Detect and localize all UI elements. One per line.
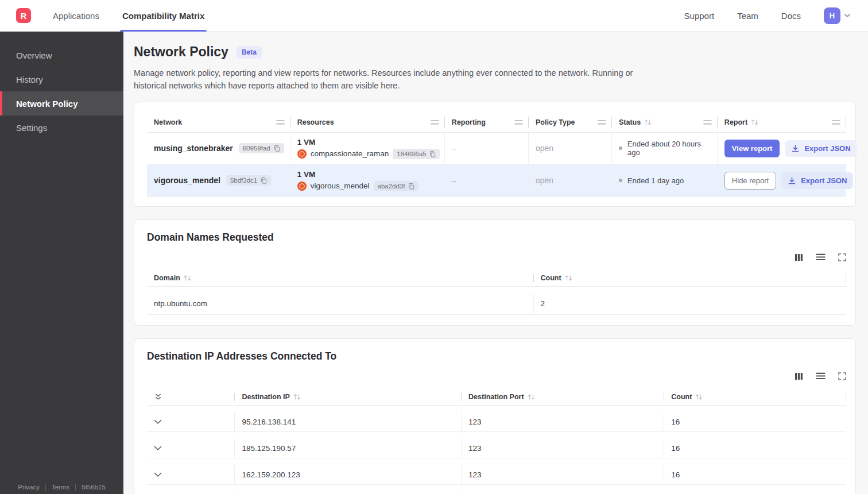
sort-icon[interactable]	[528, 393, 535, 400]
column-label: Destination IP	[242, 393, 289, 401]
copy-icon[interactable]	[273, 145, 280, 152]
column-label: Resources	[297, 118, 334, 126]
column-label: Report	[724, 118, 747, 126]
status-dot	[619, 179, 622, 182]
row-expand-chevron-icon[interactable]	[154, 419, 162, 424]
nav-link-support[interactable]: Support	[684, 11, 715, 21]
table-row: 162.159.200.123 123 16	[147, 465, 846, 485]
sort-icon[interactable]	[565, 275, 572, 281]
network-cell: musing_stonebraker 60959fad	[147, 133, 290, 164]
destination-ips-card: Destination IP Addresses Connected To	[134, 338, 856, 494]
sort-icon[interactable]	[751, 119, 758, 126]
reporting-cell: –	[445, 165, 529, 196]
status-dot	[619, 146, 622, 150]
user-menu[interactable]: H	[824, 7, 852, 24]
domain-names-card: Domain Names Requested Domain	[134, 219, 856, 326]
sort-icon[interactable]	[184, 275, 191, 281]
card-title: Destination IP Addresses Connected To	[147, 350, 846, 362]
destination-port-cell: 123	[462, 439, 664, 458]
filter-icon[interactable]	[598, 120, 606, 125]
destination-port-cell: 123	[462, 465, 664, 484]
networks-table-header: Network Resources Reporting	[147, 113, 846, 133]
resources-cell: 1 VM compassionate_raman 184696a5	[290, 133, 445, 164]
sidebar-item-settings[interactable]: Settings	[0, 115, 123, 140]
export-json-button[interactable]: Export JSON	[785, 140, 857, 157]
status-cell: Ended about 20 hours ago	[612, 133, 718, 164]
card-title: Domain Names Requested	[147, 231, 846, 244]
column-header-count[interactable]: Count	[534, 270, 846, 286]
filter-icon[interactable]	[832, 120, 840, 125]
filter-icon[interactable]	[276, 120, 285, 125]
vm-count: 1 VM	[297, 138, 316, 146]
column-header-count[interactable]: Count	[664, 389, 846, 405]
tab-compatibility-matrix[interactable]: Compatibility Matrix	[121, 0, 206, 32]
column-label: Count	[671, 393, 692, 401]
destination-ip-cell: 162.159.200.123	[235, 465, 462, 484]
card-toolbar	[147, 252, 846, 263]
column-label: Policy Type	[536, 118, 575, 126]
page-description: Manage network policy, reporting and vie…	[134, 67, 639, 92]
column-header-domain[interactable]: Domain	[147, 270, 534, 286]
filter-icon[interactable]	[514, 120, 523, 125]
column-header-network[interactable]: Network	[147, 113, 290, 132]
copy-icon[interactable]	[408, 183, 414, 190]
domain-cell: ntp.ubuntu.com	[147, 294, 534, 314]
table-row: 95.216.138.141 123 16	[147, 412, 846, 432]
destination-ip-cell: 95.216.138.141	[235, 412, 462, 431]
columns-view-icon[interactable]	[795, 253, 803, 261]
expand-all-header[interactable]	[147, 389, 235, 405]
row-expand-chevron-icon[interactable]	[154, 446, 162, 451]
resource-id-badge: aba2dd3f	[374, 181, 419, 191]
filter-icon[interactable]	[431, 120, 439, 125]
column-header-resources[interactable]: Resources	[290, 113, 445, 132]
chevron-down-icon	[843, 11, 852, 20]
sort-icon[interactable]	[644, 119, 652, 126]
count-cell: 16	[664, 439, 846, 458]
sidebar-item-network-policy[interactable]: Network Policy	[0, 91, 123, 115]
avatar[interactable]: H	[824, 7, 840, 24]
sort-icon[interactable]	[293, 393, 301, 400]
column-header-destination-port[interactable]: Destination Port	[462, 389, 664, 405]
terms-link[interactable]: Terms	[52, 484, 69, 491]
footer-divider	[45, 484, 46, 491]
sidebar-item-history[interactable]: History	[0, 67, 123, 91]
sidebar-item-overview[interactable]: Overview	[0, 43, 123, 67]
row-expand-chevron-icon[interactable]	[154, 472, 162, 477]
sort-icon[interactable]	[695, 393, 703, 400]
nav-link-team[interactable]: Team	[737, 11, 758, 21]
row-density-icon[interactable]	[816, 372, 826, 380]
network-name: vigorous_mendel	[154, 176, 220, 185]
column-header-status[interactable]: Status	[612, 113, 718, 132]
filter-icon[interactable]	[703, 120, 712, 125]
table-row: vigorous_mendel 5bdf3dc1 1 VM vig	[147, 165, 846, 197]
table-row: musing_stonebraker 60959fad 1 VM	[147, 133, 846, 165]
view-report-button[interactable]: View report	[724, 140, 780, 157]
fullscreen-icon[interactable]	[838, 372, 846, 380]
row-density-icon[interactable]	[816, 253, 826, 261]
nav-link-docs[interactable]: Docs	[781, 11, 801, 21]
double-chevron-down-icon[interactable]	[154, 393, 162, 401]
domains-table-header: Domain Count	[147, 270, 846, 287]
copy-icon[interactable]	[260, 177, 267, 184]
tab-applications[interactable]: Applications	[52, 0, 100, 32]
network-name: musing_stonebraker	[154, 144, 233, 153]
app-logo[interactable]: R	[16, 8, 31, 23]
column-header-destination-ip[interactable]: Destination IP	[235, 389, 462, 405]
columns-view-icon[interactable]	[795, 372, 803, 380]
main-content: Network Policy Beta Manage network polic…	[123, 32, 868, 494]
count-cell: 16	[664, 492, 846, 494]
page-title: Network Policy	[134, 44, 228, 60]
destination-port-cell: 123	[462, 412, 664, 431]
column-header-report[interactable]: Report	[718, 113, 846, 132]
copy-icon[interactable]	[429, 150, 436, 157]
fullscreen-icon[interactable]	[838, 253, 846, 261]
top-navbar: R Applications Compatibility Matrix Supp…	[0, 0, 868, 32]
hide-report-button[interactable]: Hide report	[724, 172, 776, 190]
count-cell: 2	[534, 294, 846, 314]
column-header-reporting[interactable]: Reporting	[445, 113, 529, 132]
export-json-button[interactable]: Export JSON	[781, 172, 853, 189]
column-header-policy-type[interactable]: Policy Type	[529, 113, 612, 132]
count-cell: 16	[664, 412, 846, 431]
destination-ip-cell: 185.125.190.58	[235, 492, 462, 494]
privacy-link[interactable]: Privacy	[18, 484, 40, 491]
